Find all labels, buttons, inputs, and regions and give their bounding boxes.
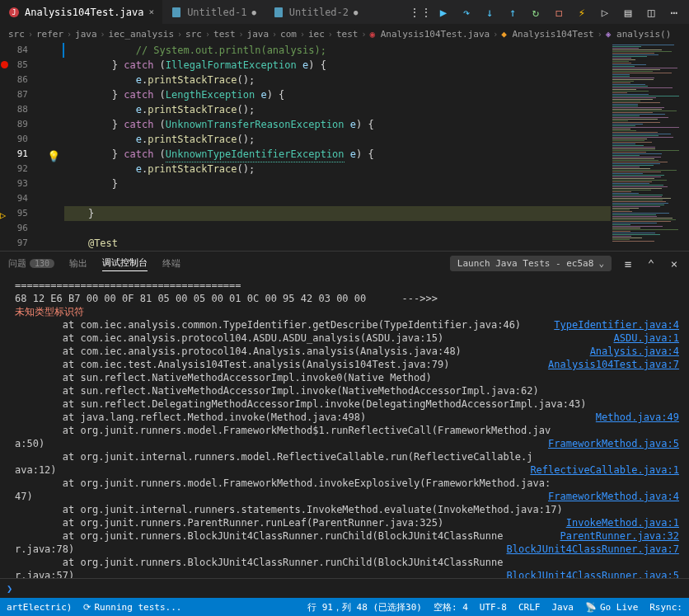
breadcrumb-item[interactable]: test	[213, 29, 236, 40]
breadcrumb-item[interactable]: ◉ Analysis104Test.java	[369, 29, 490, 40]
editor[interactable]: 💡 ▷ 8485868788899091929394959697 // Syst…	[0, 43, 689, 251]
step-out-icon[interactable]: ↑	[506, 6, 519, 19]
dirty-icon: ●	[251, 8, 255, 16]
breadcrumb-item[interactable]: iec_analysis	[109, 29, 174, 40]
step-over-icon[interactable]: ↷	[460, 6, 473, 19]
breadcrumb-item[interactable]: com	[280, 29, 297, 40]
sb-lang[interactable]: Java	[551, 602, 574, 613]
stack-link[interactable]: ASDU.java:1	[614, 332, 679, 345]
breadcrumb-item[interactable]: test	[336, 29, 359, 40]
broadcast-icon: 📡	[585, 602, 597, 613]
code-area[interactable]: // System.out.println(analysis); } catch…	[40, 43, 611, 251]
spinner-icon: ⟳	[83, 602, 91, 613]
debug-console[interactable]: ======================================68…	[0, 275, 689, 578]
stack-link[interactable]: TypeIdentifier.java:4	[554, 318, 679, 332]
file-icon	[171, 7, 182, 18]
problems-badge: 130	[30, 259, 54, 268]
chevron-down-icon: ⌄	[598, 258, 604, 269]
close-icon[interactable]: ×	[149, 7, 155, 17]
continue-icon[interactable]: ▶	[437, 6, 450, 19]
sb-encoding[interactable]: UTF-8	[480, 602, 507, 613]
stack-link[interactable]: Analysis104Test.java:7	[548, 358, 679, 371]
sb-rsync[interactable]: Rsync:	[649, 602, 682, 613]
tab-output[interactable]: 输出	[69, 257, 87, 270]
breadcrumb-item[interactable]: java	[75, 29, 97, 40]
stack-link[interactable]: Method.java:49	[596, 411, 679, 424]
hot-replace-icon[interactable]: ⚡	[575, 6, 588, 19]
stop-icon[interactable]: ◻	[552, 6, 565, 19]
drag-handle-icon[interactable]: ⋮⋮	[414, 6, 427, 19]
breadcrumb: src›refer›java›iec_analysis›src›test›jav…	[0, 25, 689, 43]
tab-problems[interactable]: 问题 130	[8, 257, 54, 270]
debug-toolbar: ⋮⋮ ▶ ↷ ↓ ↑ ↻ ◻ ⚡ ▷ ▤ ◫ ⋯	[414, 6, 689, 19]
breadcrumb-item[interactable]: iec	[308, 29, 325, 40]
tab-label: Analysis104Test.java	[25, 7, 144, 18]
svg-rect-2	[172, 7, 180, 17]
breadcrumb-item[interactable]: src	[8, 29, 25, 40]
svg-rect-3	[274, 7, 283, 17]
more-icon[interactable]: ⋯	[668, 6, 681, 19]
file-icon	[273, 7, 284, 18]
stack-link[interactable]: BlockJUnit4ClassRunner.java:5	[506, 569, 679, 578]
tab-terminal[interactable]: 终端	[162, 257, 180, 270]
collapse-icon[interactable]: ⌃	[644, 257, 658, 270]
split-editor-icon[interactable]: ◫	[644, 6, 658, 19]
status-bar: artElectric) ⟳ Running tests... 行 91，列 4…	[0, 598, 689, 616]
debug-prompt[interactable]: ❯	[0, 578, 689, 598]
minimap[interactable]	[611, 43, 689, 251]
stack-link[interactable]: ParentRunner.java:32	[560, 529, 680, 543]
stack-link[interactable]: FrameworkMethod.java:4	[548, 490, 679, 503]
close-panel-icon[interactable]: ×	[668, 257, 681, 270]
sb-spaces[interactable]: 空格: 4	[434, 601, 468, 614]
breadcrumb-item[interactable]: ◈ analysis()	[606, 29, 671, 40]
stack-link[interactable]: BlockJUnit4ClassRunner.java:7	[506, 543, 679, 556]
tab-analysis104test[interactable]: J Analysis104Test.java ×	[0, 0, 162, 24]
panel-tabs: 问题 130 输出 调试控制台 终端 Launch Java Tests - e…	[0, 251, 689, 275]
sb-running[interactable]: ⟳ Running tests...	[83, 602, 181, 613]
tab-untitled-1[interactable]: Untitled-1 ●	[162, 0, 265, 24]
restart-icon[interactable]: ↻	[529, 6, 542, 19]
stack-link[interactable]: InvokeMethod.java:1	[566, 516, 679, 529]
tab-label: Untitled-2	[289, 7, 349, 18]
tab-debug-console[interactable]: 调试控制台	[102, 256, 148, 271]
tab-bar: J Analysis104Test.java × Untitled-1 ● Un…	[0, 0, 689, 25]
sb-project[interactable]: artElectric)	[7, 602, 72, 613]
stack-link[interactable]: Analysis.java:4	[590, 345, 679, 358]
clear-icon[interactable]: ≡	[621, 257, 635, 270]
execution-pointer-icon: ▷	[0, 209, 6, 221]
breadcrumb-item[interactable]: ◆ Analysis104Test	[501, 29, 594, 40]
run-icon[interactable]: ▷	[598, 6, 612, 19]
breadcrumb-item[interactable]: refer	[36, 29, 63, 40]
sb-cursor[interactable]: 行 91，列 48 (已选择30)	[307, 601, 422, 614]
stack-link[interactable]: FrameworkMethod.java:5	[548, 437, 679, 450]
lightbulb-icon[interactable]: 💡	[47, 150, 60, 162]
sb-golive[interactable]: 📡 Go Live	[585, 602, 638, 613]
java-file-icon: J	[8, 7, 20, 18]
svg-text:J: J	[12, 9, 16, 16]
compare-icon[interactable]: ▤	[621, 6, 635, 19]
step-into-icon[interactable]: ↓	[483, 6, 496, 19]
dirty-icon: ●	[354, 8, 358, 16]
breadcrumb-item[interactable]: java	[247, 29, 270, 40]
launch-config-select[interactable]: Launch Java Tests - ec5a8 ⌄	[450, 256, 612, 271]
sb-eol[interactable]: CRLF	[518, 602, 541, 613]
chevron-right-icon: ❯	[7, 583, 12, 595]
tab-untitled-2[interactable]: Untitled-2 ●	[265, 0, 367, 24]
tab-label: Untitled-1	[187, 7, 246, 18]
stack-link[interactable]: ReflectiveCallable.java:1	[530, 463, 679, 477]
breadcrumb-item[interactable]: src	[185, 29, 202, 40]
